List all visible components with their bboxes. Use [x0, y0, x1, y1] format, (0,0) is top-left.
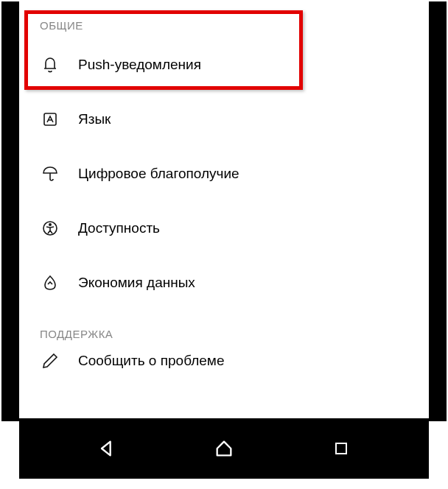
language-icon: [40, 109, 60, 130]
settings-content: ОБЩИЕ Push-уведомления Язык: [19, 1, 429, 421]
nav-recent-button[interactable]: [319, 426, 363, 471]
menu-label: Цифровое благополучие: [78, 166, 239, 182]
section-header-support: ПОДДЕРЖКА: [19, 310, 429, 346]
device-frame-left: [1, 1, 19, 421]
android-nav-bar: [19, 418, 429, 479]
umbrella-icon: [40, 163, 60, 184]
menu-item-digital-wellbeing[interactable]: Цифровое благополучие: [19, 147, 429, 201]
bell-icon: [40, 54, 60, 75]
menu-item-language[interactable]: Язык: [19, 92, 429, 147]
menu-item-data-saver[interactable]: Экономия данных: [19, 256, 429, 310]
menu-label: Доступность: [78, 220, 160, 236]
menu-item-push-notifications[interactable]: Push-уведомления: [19, 38, 429, 92]
device-frame-right: [429, 1, 447, 421]
accessibility-icon: [40, 218, 60, 239]
menu-item-report-problem[interactable]: Сообщить о проблеме: [19, 346, 429, 376]
section-header-general: ОБЩИЕ: [19, 1, 429, 38]
nav-home-button[interactable]: [202, 426, 246, 471]
nav-back-button[interactable]: [85, 426, 129, 471]
svg-rect-3: [336, 443, 346, 454]
menu-item-accessibility[interactable]: Доступность: [19, 201, 429, 256]
menu-label: Push-уведомления: [78, 57, 201, 73]
menu-label: Язык: [78, 111, 111, 127]
data-saver-icon: [40, 272, 60, 293]
menu-label: Сообщить о проблеме: [78, 353, 224, 369]
svg-point-2: [49, 224, 51, 225]
edit-icon: [40, 351, 60, 371]
menu-label: Экономия данных: [78, 275, 195, 291]
